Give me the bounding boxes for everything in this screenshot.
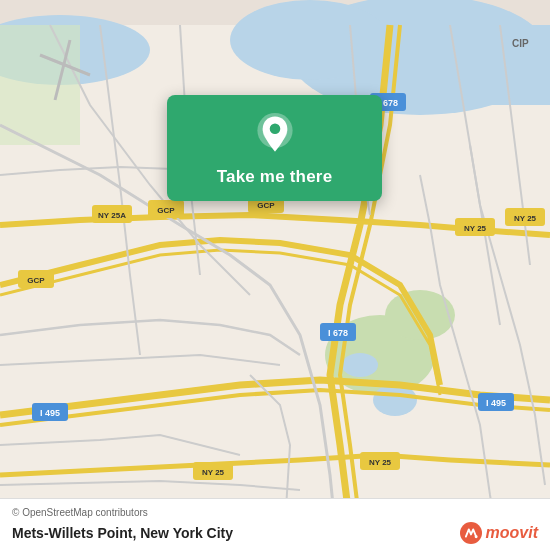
- svg-text:NY 25: NY 25: [369, 458, 392, 467]
- svg-point-6: [342, 353, 378, 377]
- svg-text:NY 25: NY 25: [464, 224, 487, 233]
- take-me-there-button[interactable]: Take me there: [217, 167, 333, 187]
- bottom-row: Mets-Willets Point, New York City moovit: [12, 522, 538, 544]
- moovit-brand-name: moovit: [486, 524, 538, 542]
- svg-rect-3: [340, 25, 550, 105]
- moovit-logo: moovit: [460, 522, 538, 544]
- svg-text:CIP: CIP: [512, 38, 529, 49]
- svg-text:GCP: GCP: [157, 206, 175, 215]
- map-background: I 678 I 678 I 495 I 495 NY 25A NY 25 NY …: [0, 0, 550, 550]
- map-container[interactable]: I 678 I 678 I 495 I 495 NY 25A NY 25 NY …: [0, 0, 550, 550]
- location-name: Mets-Willets Point, New York City: [12, 525, 233, 541]
- svg-text:I 678: I 678: [328, 328, 348, 338]
- svg-text:I 495: I 495: [486, 398, 506, 408]
- location-pin-icon: [253, 113, 297, 157]
- svg-text:I 495: I 495: [40, 408, 60, 418]
- svg-point-39: [269, 124, 280, 135]
- svg-text:GCP: GCP: [257, 201, 275, 210]
- svg-text:NY 25: NY 25: [202, 468, 225, 477]
- svg-point-41: [474, 535, 477, 538]
- map-attribution: © OpenStreetMap contributors: [12, 507, 538, 518]
- bottom-bar: © OpenStreetMap contributors Mets-Willet…: [0, 498, 550, 550]
- svg-text:NY 25: NY 25: [514, 214, 537, 223]
- svg-text:NY 25A: NY 25A: [98, 211, 126, 220]
- popup-card[interactable]: Take me there: [167, 95, 382, 201]
- moovit-icon: [460, 522, 482, 544]
- svg-text:GCP: GCP: [27, 276, 45, 285]
